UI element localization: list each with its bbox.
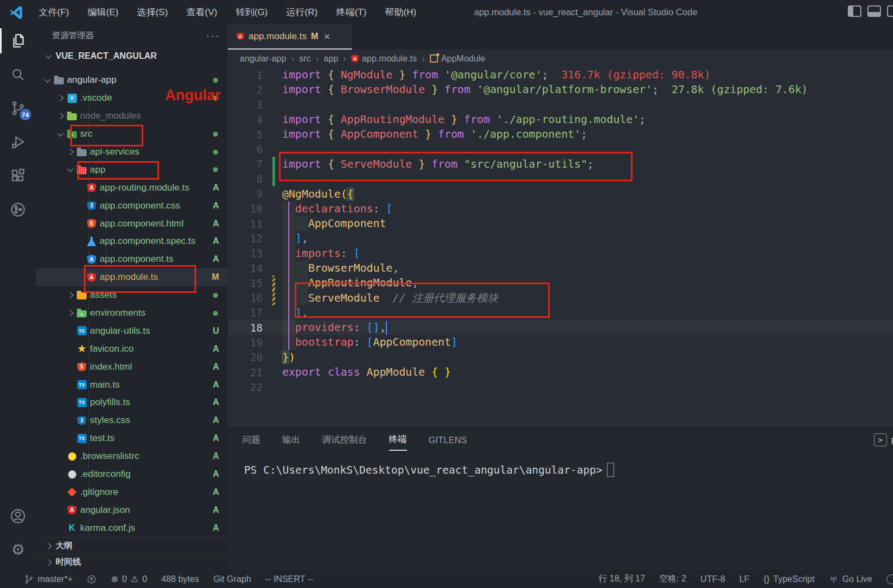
more-actions-icon[interactable]: ··· [206, 29, 220, 42]
tree-item-.gitignore[interactable]: .gitignoreA [36, 483, 228, 501]
status-item-text: -- INSERT -- [265, 574, 313, 584]
toggle-secondary-sidebar-icon[interactable] [887, 5, 893, 17]
status-item-partial[interactable] [886, 574, 893, 584]
editor-cursor [386, 321, 387, 335]
search-icon[interactable] [0, 58, 36, 91]
ts-icon: TS [75, 326, 88, 335]
tree-item-app.component.html[interactable]: 5app.component.htmlA [36, 215, 228, 232]
git-graph-icon[interactable] [0, 193, 36, 226]
status-item-0[interactable]: ⊗0⚠0 [111, 574, 147, 584]
status-item-TypeScript[interactable]: {}TypeScript [764, 574, 815, 584]
tree-item-app-routing.module.ts[interactable]: Aapp-routing.module.tsA [36, 179, 228, 197]
code-text: declarations: [ [282, 201, 393, 216]
toggle-sidebar-icon[interactable] [848, 5, 861, 17]
tree-item-.vscode[interactable]: V.vscode [36, 89, 228, 107]
tree-item-.editorconfig[interactable]: .editorconfigA [36, 465, 228, 483]
tree-item-.browserslistrc[interactable]: .browserslistrcA [36, 448, 228, 465]
git-change-dot [213, 132, 218, 137]
panel-tab-调试控制台[interactable]: 调试控制台 [322, 428, 367, 450]
source-control-icon[interactable]: 74 [0, 91, 36, 125]
tab-app-module-ts[interactable]: A app.module.ts M × [228, 24, 352, 50]
gutter-decorations [263, 290, 282, 305]
breadcrumb-label: AppModule [441, 54, 485, 64]
status-item-Go Live[interactable]: Go Live [829, 574, 872, 584]
tree-item-polyfills.ts[interactable]: TSpolyfills.tsA [36, 394, 228, 412]
git-status-badge: A [212, 236, 219, 246]
status-item-488 bytes[interactable]: 488 bytes [161, 574, 199, 584]
tree-item-karma.conf.js[interactable]: Kkarma.conf.jsA [36, 519, 228, 537]
tree-item-main.ts[interactable]: TSmain.tsA [36, 376, 228, 394]
status-item-UTF-8[interactable]: UTF-8 [701, 574, 725, 584]
menu-item-2[interactable]: 选择(S) [137, 6, 168, 19]
menu-bar: 文件(F)编辑(E)选择(S)查看(V)转到(G)运行(R)终端(T)帮助(H) [39, 6, 416, 19]
breadcrumb-app[interactable]: app [324, 54, 338, 64]
tree-item-styles.css[interactable]: 3styles.cssA [36, 412, 228, 430]
tree-item-api-services[interactable]: api-services [36, 143, 228, 161]
menu-item-0[interactable]: 文件(F) [39, 6, 69, 19]
breadcrumb-app.module.ts[interactable]: Aapp.module.ts [351, 54, 417, 64]
tree-item-label: .vscode [80, 93, 112, 103]
run-debug-icon[interactable] [0, 125, 36, 159]
breadcrumb-angular-app[interactable]: angular-app [240, 54, 286, 64]
gutter-decorations [263, 216, 282, 231]
code-editor[interactable]: 1import { NgModule } from '@angular/core… [228, 68, 893, 425]
status-item-publish[interactable] [87, 574, 96, 584]
code-line-5: 5import { AppComponent } from './app.com… [228, 127, 893, 142]
panel-tab-输出[interactable]: 输出 [282, 428, 300, 450]
terminal[interactable]: PS C:\Users\MonkS\Desktop\vue_react_angu… [228, 453, 893, 477]
tree-item-app.module.ts[interactable]: Aapp.module.tsM [36, 268, 228, 286]
tree-item-app[interactable]: app [36, 161, 228, 179]
line-number: 1 [228, 69, 263, 81]
status-item-master*+[interactable]: master*+ [24, 574, 72, 584]
terminal-profile-picker[interactable]: > pow [874, 433, 893, 446]
settings-gear-icon[interactable]: ⚙ [0, 533, 36, 567]
panel-tab-终端[interactable]: 终端 [389, 428, 407, 451]
tree-item-assets[interactable]: assets [36, 286, 228, 304]
explorer-icon[interactable] [0, 24, 36, 58]
breadcrumb-src[interactable]: src [299, 54, 311, 64]
status-item--- INSERT --[interactable]: -- INSERT -- [265, 574, 313, 584]
toggle-panel-icon[interactable] [867, 5, 881, 17]
breadcrumb-AppModule[interactable]: AppModule [430, 54, 485, 64]
code-text: providers: [], [282, 320, 386, 335]
angular-file-icon: A [236, 33, 244, 40]
tree-item-test.ts[interactable]: TStest.tsA [36, 430, 228, 448]
tree-item-src[interactable]: ‹›src [36, 125, 228, 143]
line-number: 4 [228, 114, 263, 126]
panel-tab-GITLENS[interactable]: GITLENS [429, 430, 467, 450]
tree-item-app.component.spec.ts[interactable]: app.component.spec.tsA [36, 232, 228, 250]
section-大纲[interactable]: 大纲 [36, 537, 228, 554]
ng-blue-icon: A [85, 255, 98, 264]
panel-tab-问题[interactable]: 问题 [242, 428, 260, 450]
menu-item-1[interactable]: 编辑(E) [88, 6, 119, 19]
menu-item-6[interactable]: 终端(T) [336, 6, 367, 19]
tree-item-angular-app[interactable]: angular-app [36, 71, 228, 89]
menu-item-3[interactable]: 查看(V) [186, 6, 217, 19]
menu-item-7[interactable]: 帮助(H) [385, 6, 417, 19]
workspace-root[interactable]: VUE_REACT_ANGULAR [36, 47, 228, 65]
tree-item-angular.json[interactable]: Aangular.jsonA [36, 501, 228, 519]
tree-item-app.component.ts[interactable]: Aapp.component.tsA [36, 250, 228, 268]
tree-item-favicon.ico[interactable]: ★favicon.icoA [36, 340, 228, 358]
tree-item-angular-utils.ts[interactable]: TSangular-utils.tsU [36, 322, 228, 340]
line-number: 6 [228, 143, 263, 155]
git-status-badge: A [212, 523, 219, 533]
account-icon[interactable] [0, 499, 36, 533]
status-item-LF[interactable]: LF [739, 574, 750, 584]
tree-item-environments[interactable]: ▲environments [36, 304, 228, 322]
tree-item-index.html[interactable]: 5index.htmlA [36, 358, 228, 376]
menu-item-5[interactable]: 运行(R) [286, 6, 318, 19]
gutter-decorations [263, 127, 282, 142]
tree-item-node_modules[interactable]: node_modules [36, 107, 228, 125]
terminal-prompt: PS C:\Users\MonkS\Desktop\vue_react_angu… [244, 464, 602, 476]
close-icon[interactable]: × [324, 31, 330, 42]
status-item-Git Graph[interactable]: Git Graph [213, 574, 251, 584]
status-item-空格: 2[interactable]: 空格: 2 [659, 573, 687, 585]
extensions-icon[interactable] [0, 159, 36, 193]
ts-icon: TS [75, 380, 88, 389]
tree-item-app.component.css[interactable]: 3app.component.cssA [36, 197, 228, 215]
status-item-行 18, 列 17[interactable]: 行 18, 列 17 [598, 573, 645, 585]
code-text: import { BrowserModule } from '@angular/… [282, 82, 808, 97]
menu-item-4[interactable]: 转到(G) [236, 6, 268, 19]
section-时间线[interactable]: 时间线 [36, 554, 228, 570]
